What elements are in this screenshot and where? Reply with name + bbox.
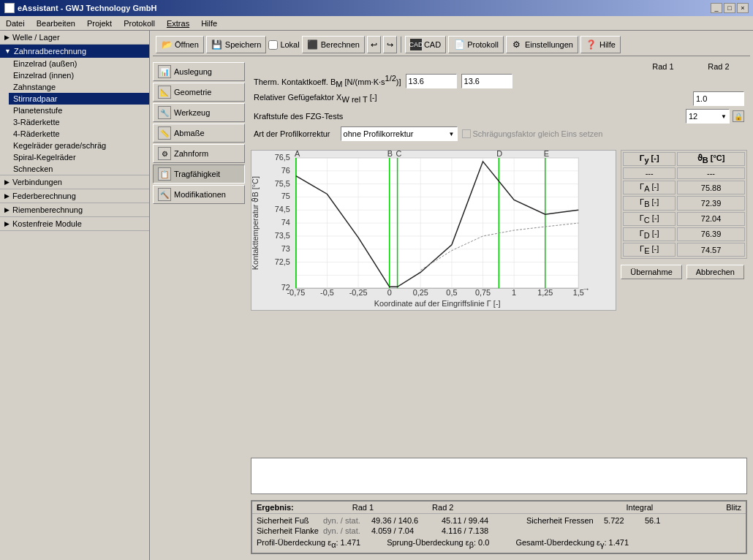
sidebar-header-verbindungen[interactable]: ▶ Verbindungen xyxy=(0,175,149,189)
profilkorrektur-row: Art der Profilkorrektur ohne Profilkorre… xyxy=(254,126,744,141)
left-buttons: 📊 Auslegung 📐 Geometrie 🔧 Werkzeug 📏 Abm… xyxy=(153,59,248,557)
content-area: 📂 Öffnen 💾 Speichern Lokal ⬛ Berechnen ↩… xyxy=(150,31,753,560)
sidebar-item-4-raederkette[interactable]: 4-Räderkette xyxy=(9,128,149,140)
svg-text:73: 73 xyxy=(281,244,290,253)
werkzeug-icon: 🔧 xyxy=(158,106,171,119)
settings-label: Einstellungen xyxy=(525,40,573,49)
sicherheit-flanke-rad2: 4.116 / 7.138 xyxy=(442,526,507,535)
chart-right-panel: Γy [-] ϑB [°C] --- --- ΓA [-] 75.88 xyxy=(621,150,747,452)
label-c: C xyxy=(396,150,402,158)
arrow-icon: ▶ xyxy=(4,34,10,41)
therm-row: Therm. Kontaktkoeff. BM [N/(mm·K·s1/2)] xyxy=(254,74,744,88)
zahnform-button[interactable]: ⚙ Zahnform xyxy=(153,144,245,163)
gamma-table: Γy [-] ϑB [°C] --- --- ΓA [-] 75.88 xyxy=(621,150,747,259)
geometrie-button[interactable]: 📐 Geometrie xyxy=(153,83,245,102)
cad-button[interactable]: CAD CAD xyxy=(405,36,446,53)
sidebar-header-kostenfreie[interactable]: ▶ Kostenfreie Module xyxy=(0,217,149,230)
sidebar-header-feder[interactable]: ▶ Federberechnung xyxy=(0,189,149,203)
chart-container: A B C D E 76,5 76 75,5 75 74,5 74 xyxy=(248,147,750,455)
sicherheit-fuss-label: Sicherheit Fuß xyxy=(257,516,319,525)
sidebar-label-feder: Federberechnung xyxy=(12,192,76,200)
sidebar-label-verbindungen: Verbindungen xyxy=(12,178,62,186)
sidebar-item-schnecken[interactable]: Schnecken xyxy=(9,163,149,175)
close-button[interactable]: × xyxy=(737,3,749,13)
window-controls[interactable]: _ □ × xyxy=(711,3,749,13)
profilkorrektur-label: Art der Profilkorrektur xyxy=(254,129,330,138)
sidebar-item-3-raederkette[interactable]: 3-Räderkette xyxy=(9,116,149,128)
results-body: Sicherheit Fuß dyn. / stat. 49.36 / 140.… xyxy=(252,514,746,553)
menu-bearbeiten[interactable]: Bearbeiten xyxy=(34,18,78,29)
gefuge-rad1-input[interactable] xyxy=(693,91,744,106)
tragfahigkeit-button[interactable]: 📋 Tragfähigkeit xyxy=(153,164,245,183)
menu-projekt[interactable]: Projekt xyxy=(84,18,115,29)
abmasse-button[interactable]: 📏 Abmaße xyxy=(153,124,245,143)
settings-button[interactable]: ⚙ Einstellungen xyxy=(506,36,578,53)
local-checkbox[interactable] xyxy=(268,40,278,50)
sidebar-item-planetenstufe[interactable]: Planetenstufe xyxy=(9,105,149,116)
menu-extras[interactable]: Extras xyxy=(164,18,192,29)
results-rad1-header: Rad 1 xyxy=(352,503,374,512)
menu-bar: Datei Bearbeiten Projekt Protokoll Extra… xyxy=(0,16,753,31)
sidebar-item-einzelrad-aussen[interactable]: Einzelrad (außen) xyxy=(9,58,149,69)
svg-text:1: 1 xyxy=(512,288,516,297)
open-button[interactable]: 📂 Öffnen xyxy=(156,36,204,53)
arrow-icon-riemen: ▶ xyxy=(4,206,10,213)
results-header-label: Ergebnis: xyxy=(257,503,294,512)
undo-button[interactable]: ↩ xyxy=(367,36,381,53)
results-rad2-header: Rad 2 xyxy=(432,503,453,512)
menu-protokoll[interactable]: Protokoll xyxy=(121,18,158,29)
auslegung-label: Auslegung xyxy=(174,67,212,76)
results-row-sicherheit-flanke: Sicherheit Flanke dyn. / stat. 4.059 / 7… xyxy=(257,526,741,535)
sidebar-header-riemen[interactable]: ▶ Riemenberechnung xyxy=(0,203,149,216)
local-label: Lokal xyxy=(280,40,299,49)
svg-text:76: 76 xyxy=(281,166,290,175)
calculate-button[interactable]: ⬛ Berechnen xyxy=(302,36,365,53)
therm-rad1-input[interactable] xyxy=(406,74,457,88)
auslegung-button[interactable]: 📊 Auslegung xyxy=(153,62,245,81)
sidebar-item-stirnradpaar[interactable]: Stirnradpaar xyxy=(9,93,149,105)
menu-hilfe[interactable]: Hilfe xyxy=(198,18,220,29)
sidebar-item-zahnstange[interactable]: Zahnstange xyxy=(9,81,149,93)
sidebar-section-welle: ▶ Welle / Lager xyxy=(0,31,149,45)
svg-text:76,5: 76,5 xyxy=(275,153,290,162)
sicherheit-flanke-rad1: 4.059 / 7.04 xyxy=(371,526,437,535)
therm-rad2-input[interactable] xyxy=(461,74,512,88)
kraftstufe-label: Kraftstufe des FZG-Tests xyxy=(254,112,343,121)
gefuge-label: Relativer Gefügefaktor XW rel T [-] xyxy=(254,93,377,104)
svg-text:74,5: 74,5 xyxy=(275,205,290,213)
help-button[interactable]: ❓ Hilfe xyxy=(580,36,621,53)
svg-text:0,75: 0,75 xyxy=(475,288,491,297)
profilkorrektur-dropdown[interactable]: ohne Profilkorrektur ▼ xyxy=(341,126,458,141)
local-checkbox-label[interactable]: Lokal xyxy=(268,40,299,50)
sicherheit-fuss-dyn-label: dyn. / stat. xyxy=(323,516,367,525)
ubernahme-button[interactable]: Übernahme xyxy=(621,265,681,279)
sidebar-header-zahnrad[interactable]: ▼ Zahnradberechnung xyxy=(0,45,149,58)
kraftstufe-dropdown[interactable]: 12 ▼ xyxy=(686,109,730,124)
help-label: Hilfe xyxy=(599,40,616,49)
lock-icon[interactable]: 🔒 xyxy=(733,110,744,122)
label-e: E xyxy=(544,150,549,158)
sidebar-item-spiral-kegelraeder[interactable]: Spiral-Kegelräder xyxy=(9,151,149,163)
menu-datei[interactable]: Datei xyxy=(3,18,28,29)
protocol-button[interactable]: 📄 Protokoll xyxy=(448,36,504,53)
sidebar-header-welle[interactable]: ▶ Welle / Lager xyxy=(0,31,149,44)
save-button[interactable]: 💾 Speichern xyxy=(206,36,267,53)
werkzeug-button[interactable]: 🔧 Werkzeug xyxy=(153,103,245,122)
arrow-icon-feder: ▶ xyxy=(4,192,10,200)
minimize-button[interactable]: _ xyxy=(711,3,722,13)
redo-button[interactable]: ↪ xyxy=(383,36,397,53)
svg-text:75,5: 75,5 xyxy=(275,179,290,188)
profil-uberdeckung: Profil-Überdeckung εα: 1.471 xyxy=(257,538,360,549)
sidebar-item-kegelraeder[interactable]: Kegelräder gerade/schräg xyxy=(9,140,149,151)
kraftstufe-row: Kraftstufe des FZG-Tests 12 ▼ 🔒 xyxy=(254,109,744,124)
settings-icon: ⚙ xyxy=(511,39,523,50)
svg-text:→: → xyxy=(582,284,590,293)
col-headers-row: Rad 1 Rad 2 xyxy=(254,62,744,71)
abbrechen-button[interactable]: Abbrechen xyxy=(686,265,744,279)
maximize-button[interactable]: □ xyxy=(724,3,735,13)
sidebar-section-verbindungen: ▶ Verbindungen xyxy=(0,175,149,189)
sidebar-item-einzelrad-innen[interactable]: Einzelrad (innen) xyxy=(9,69,149,81)
modifikationen-button[interactable]: 🔨 Modifikationen xyxy=(153,185,245,204)
zahnform-icon: ⚙ xyxy=(158,147,171,160)
gamma-row-0-gamma: --- xyxy=(623,167,676,179)
